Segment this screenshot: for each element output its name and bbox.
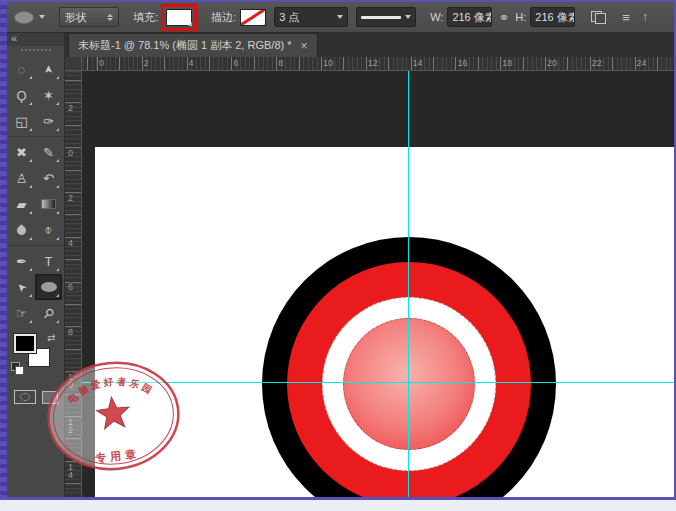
stroke-width-field[interactable]: 3 点: [274, 7, 348, 27]
shape-height-value: 216 像素: [535, 10, 575, 25]
link-dimensions-icon[interactable]: ⚭: [498, 10, 509, 25]
move-tool[interactable]: ➤: [35, 56, 62, 82]
move-tool-icon: ➤: [42, 64, 55, 73]
ellipse-preset-icon: [14, 11, 34, 24]
v-ruler-number: 1 2: [68, 418, 73, 434]
history-brush-tool[interactable]: ↶: [35, 165, 62, 191]
chevron-down-icon: [39, 15, 45, 19]
shape-width-field[interactable]: 216 像素: [447, 7, 492, 27]
pen-tool-icon: ✒: [16, 254, 27, 269]
target-center-gradient-circle: [343, 318, 475, 450]
path-operations-icon[interactable]: [591, 11, 606, 24]
ellipse-tool[interactable]: [35, 274, 62, 300]
brush-tool[interactable]: ✎: [35, 139, 62, 165]
document-tab-bar: 未标题-1 @ 78.1% (椭圆 1 副本 2, RGB/8) * ×: [65, 33, 674, 57]
dodge-tool[interactable]: ⌽: [35, 217, 62, 243]
tab-close-icon[interactable]: ×: [301, 41, 308, 51]
tool-mode-value: 形状: [65, 10, 87, 25]
chevron-down-icon: [405, 15, 411, 19]
hand-tool[interactable]: ☞: [8, 300, 35, 326]
screen-mode-button[interactable]: [42, 391, 58, 404]
type-tool[interactable]: T: [35, 248, 62, 274]
path-alignment-icon[interactable]: ≡: [622, 11, 630, 24]
crop-tool-icon: ◱: [15, 114, 27, 129]
window-border-top: [0, 0, 676, 2]
gradient-tool-icon: [41, 199, 56, 209]
h-ruler-number: 16: [457, 58, 467, 68]
v-ruler-number: 2: [68, 194, 73, 202]
horizontal-ruler[interactable]: 024681012141618202224: [82, 57, 674, 71]
panel-collapse-button[interactable]: «: [7, 33, 64, 46]
tool-preset-picker[interactable]: [14, 11, 45, 24]
solid-line-icon: [361, 16, 401, 19]
eyedropper-tool[interactable]: ✑: [35, 108, 62, 134]
zoom-tool-icon: ⚲: [40, 304, 57, 321]
h-ruler-number: 18: [502, 58, 512, 68]
brush-tool-icon: ✎: [43, 145, 54, 160]
canvas-viewport[interactable]: [82, 71, 674, 497]
gradient-tool[interactable]: [35, 191, 62, 217]
height-label: H:: [515, 11, 526, 23]
switch-colors-icon[interactable]: ⇄: [47, 332, 55, 343]
fill-color-swatch[interactable]: [166, 9, 192, 26]
path-selection-tool-icon: ➤: [14, 279, 30, 295]
magic-wand-tool[interactable]: ✶: [35, 82, 62, 108]
h-ruler-number: 4: [189, 58, 194, 68]
path-selection-tool[interactable]: ➤: [8, 274, 35, 300]
vertical-guide[interactable]: [408, 71, 409, 497]
stroke-style-select[interactable]: [356, 7, 416, 27]
v-ruler-number: 2: [68, 104, 73, 112]
tools-panel: « ◌➤Ϙ✶◱✑✖✎♙↶▰⌽✒T➤☞⚲ ⇄: [7, 33, 65, 497]
default-colors-icon[interactable]: [11, 362, 24, 374]
dodge-tool-icon: ⌽: [45, 222, 53, 238]
lasso-tool[interactable]: Ϙ: [8, 82, 35, 108]
double-arrow-collapse-icon: «: [11, 32, 17, 44]
chevron-down-icon: [337, 15, 343, 19]
foreground-color-swatch[interactable]: [14, 334, 36, 353]
clone-stamp-tool[interactable]: ♙: [8, 165, 35, 191]
quick-mask-mode-button[interactable]: [14, 390, 36, 404]
h-ruler-number: 10: [323, 58, 333, 68]
h-ruler-number: 24: [637, 58, 647, 68]
v-ruler-number: 6: [68, 283, 73, 291]
v-ruler-number: 4: [68, 239, 73, 247]
healing-brush-tool[interactable]: ✖: [8, 139, 35, 165]
tool-group-divider: [8, 136, 63, 137]
eraser-tool-icon: ▰: [17, 197, 27, 212]
stroke-color-swatch[interactable]: [240, 9, 266, 26]
shape-width-value: 216 像素: [452, 10, 492, 25]
type-tool-icon: T: [45, 254, 53, 269]
elliptical-marquee-tool-icon: ◌: [18, 62, 26, 77]
ellipse-tool-icon: [41, 282, 57, 292]
horizontal-guide[interactable]: [82, 382, 674, 383]
h-ruler-number: 22: [592, 58, 602, 68]
tool-options-bar: 形状 填充: 描边: 3 点 W: 216 像素 ⚭ H: 216 像: [2, 2, 674, 33]
shape-height-field[interactable]: 216 像素: [530, 7, 575, 27]
window-border-bottom: [0, 497, 676, 500]
v-ruler-number: 8: [68, 328, 73, 336]
h-ruler-number: 14: [413, 58, 423, 68]
stroke-width-value: 3 点: [279, 10, 299, 25]
v-ruler-number: 1 0: [68, 373, 73, 389]
h-ruler-number: 20: [547, 58, 557, 68]
path-arrange-icon[interactable]: ↑: [642, 10, 648, 24]
healing-brush-tool-icon: ✖: [16, 145, 27, 160]
stroke-label: 描边:: [211, 10, 236, 25]
eraser-tool[interactable]: ▰: [8, 191, 35, 217]
width-label: W:: [430, 11, 443, 23]
vertical-ruler[interactable]: 2024681 01 21 4: [65, 71, 82, 497]
elliptical-marquee-tool[interactable]: ◌: [8, 56, 35, 82]
h-ruler-number: 6: [233, 58, 238, 68]
zoom-tool[interactable]: ⚲: [35, 300, 62, 326]
history-brush-tool-icon: ↶: [43, 171, 54, 186]
h-ruler-number: 0: [99, 58, 104, 68]
tool-mode-select[interactable]: 形状: [59, 7, 119, 27]
document-tab[interactable]: 未标题-1 @ 78.1% (椭圆 1 副本 2, RGB/8) * ×: [68, 33, 318, 57]
ruler-corner-box[interactable]: [65, 57, 82, 71]
chevron-down-icon: [184, 22, 192, 26]
blur-tool[interactable]: [8, 217, 35, 243]
panel-grip-handle[interactable]: [7, 46, 64, 54]
pen-tool[interactable]: ✒: [8, 248, 35, 274]
crop-tool[interactable]: ◱: [8, 108, 35, 134]
blur-tool-icon: [15, 224, 28, 237]
